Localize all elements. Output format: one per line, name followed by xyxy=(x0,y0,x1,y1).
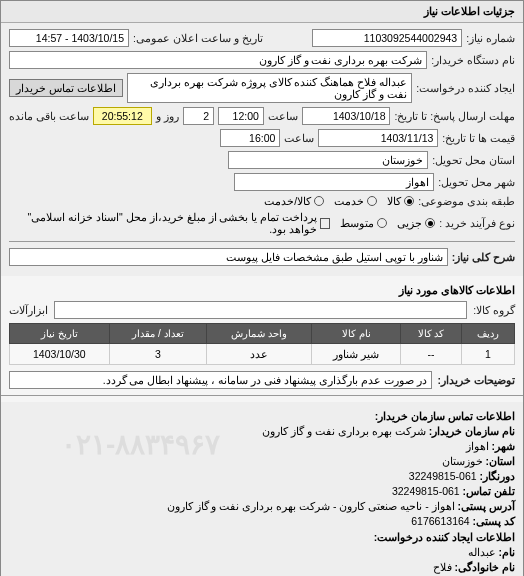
price-until-time: 16:00 xyxy=(220,129,280,147)
buyer-note-row: توضیحات خریدار: در صورت عدم بارگذاری پیش… xyxy=(9,371,515,389)
contact-name: نام: عبداله xyxy=(9,546,515,558)
th-qty: تعداد / مقدار xyxy=(109,324,207,344)
divider-2 xyxy=(1,395,523,396)
tab-header: جزئیات اطلاعات نیاز xyxy=(1,1,523,23)
radio-service[interactable]: خدمت xyxy=(334,195,377,207)
city-field: اهواز xyxy=(234,173,434,191)
need-no-field: 1103092544002943 xyxy=(312,29,462,47)
items-table: ردیف کد کالا نام کالا واحد شمارش تعداد /… xyxy=(9,323,515,365)
tab-title: جزئیات اطلاعات نیاز xyxy=(424,5,515,17)
radio-goods[interactable]: کالا xyxy=(387,195,414,207)
group-label: گروه کالا: xyxy=(473,304,515,316)
items-section-title: اطلاعات کالاهای مورد نیاز xyxy=(9,284,515,297)
table-header-row: ردیف کد کالا نام کالا واحد شمارش تعداد /… xyxy=(10,324,515,344)
checkbox-icon xyxy=(320,218,330,229)
time-label-2: ساعت xyxy=(284,132,314,144)
radio-medium[interactable]: متوسط xyxy=(340,217,387,229)
contact-fax: دورنگار: 061-32249815 xyxy=(9,470,515,482)
contact-lname: نام خانوادگی: فلاح xyxy=(9,561,515,573)
price-until-label: قیمت ها تا تاریخ: xyxy=(442,132,515,144)
contact-city: شهر: اهواز xyxy=(9,440,515,452)
buyer-note-field: در صورت عدم بارگذاری پیشنهاد فنی در ساما… xyxy=(9,371,432,389)
deadline-send-date: 1403/10/18 xyxy=(302,107,391,125)
category-label: طبقه بندی موضوعی: xyxy=(418,195,515,207)
radio-dot-icon xyxy=(404,196,414,206)
cell-unit: عدد xyxy=(207,344,311,365)
table-row: 1 -- شیر شناور عدد 3 1403/10/30 xyxy=(10,344,515,365)
contact-post: کد پستی: 6176613164 xyxy=(9,515,515,527)
purchase-type-group: جزیی متوسط پرداخت تمام یا بخشی از مبلغ خ… xyxy=(9,211,435,235)
group-field xyxy=(54,301,467,319)
creator-label: ایجاد کننده درخواست: xyxy=(416,82,515,94)
province-label: استان محل تحویل: xyxy=(432,154,515,166)
deadline-send-time: 12:00 xyxy=(218,107,264,125)
need-desc-label: شرح کلی نیاز: xyxy=(452,251,515,263)
price-until-date: 1403/11/13 xyxy=(318,129,438,147)
th-index: ردیف xyxy=(461,324,514,344)
contact-tel: تلفن تماس: 061-32249815 xyxy=(9,485,515,497)
radio-partial[interactable]: جزیی xyxy=(397,217,435,229)
day-count: 2 xyxy=(183,107,214,125)
cell-code: -- xyxy=(401,344,461,365)
th-name: نام کالا xyxy=(311,324,401,344)
need-desc-field: شناور با توپی استیل طبق مشخصات فایل پیوس… xyxy=(9,248,448,266)
contact-title: اطلاعات تماس سازمان خریدار: xyxy=(9,410,515,422)
need-no-label: شماره نیاز: xyxy=(466,32,515,44)
radio-both[interactable]: کالا/خدمت xyxy=(264,195,324,207)
radio-dot-icon xyxy=(367,196,377,206)
divider xyxy=(9,241,515,242)
form-section: شماره نیاز: 1103092544002943 تاریخ و ساع… xyxy=(1,23,523,276)
contact-info-button[interactable]: اطلاعات تماس خریدار xyxy=(9,79,123,97)
th-code: کد کالا xyxy=(401,324,461,344)
announce-field: 1403/10/15 - 14:57 xyxy=(9,29,129,47)
city-label: شهر محل تحویل: xyxy=(438,176,515,188)
purchase-type-label: نوع فرآیند خرید : xyxy=(439,217,515,229)
radio-dot-icon xyxy=(314,196,324,206)
remaining-label: ساعت باقی مانده xyxy=(9,110,89,122)
province-field: خوزستان xyxy=(228,151,428,169)
creator-field: عبداله فلاح هماهنگ کننده کالای پروژه شرک… xyxy=(127,73,412,103)
cell-index: 1 xyxy=(461,344,514,365)
contact-addr: آدرس پستی: اهواز - ناحیه صنعتی کارون - ش… xyxy=(9,500,515,512)
cell-date: 1403/10/30 xyxy=(10,344,110,365)
req-creator-title: اطلاعات ایجاد کننده درخواست: xyxy=(9,531,515,543)
group-value: ابزارآلات xyxy=(9,304,48,316)
details-panel: جزئیات اطلاعات نیاز شماره نیاز: 11030925… xyxy=(0,0,524,576)
contact-prov: استان: خوزستان xyxy=(9,455,515,467)
announce-label: تاریخ و ساعت اعلان عمومی: xyxy=(133,32,263,44)
group-row: گروه کالا: ابزارآلات xyxy=(9,301,515,319)
cell-qty: 3 xyxy=(109,344,207,365)
radio-dot-icon xyxy=(377,218,387,228)
buyer-note-label: توضیحات خریدار: xyxy=(438,374,515,386)
contact-section: ۰۲۱-۸۸۳۴۹۶۷ اطلاعات تماس سازمان خریدار: … xyxy=(1,402,523,576)
remaining-time: 20:55:12 xyxy=(93,107,152,125)
th-unit: واحد شمارش xyxy=(207,324,311,344)
time-label-1: ساعت xyxy=(268,110,298,122)
cell-name: شیر شناور xyxy=(311,344,401,365)
deadline-send-label: مهلت ارسال پاسخ: تا تاریخ: xyxy=(394,110,515,122)
day-label: روز و xyxy=(156,110,179,122)
checkbox-treasury[interactable]: پرداخت تمام یا بخشی از مبلغ خرید،از محل … xyxy=(9,211,330,235)
category-radio-group: کالا خدمت کالا/خدمت xyxy=(264,195,414,207)
contact-org: نام سازمان خریدار: شرکت بهره برداری نفت … xyxy=(9,425,515,437)
radio-dot-icon xyxy=(425,218,435,228)
buyer-field: شرکت بهره برداری نفت و گاز کارون xyxy=(9,51,427,69)
th-date: تاریخ نیاز xyxy=(10,324,110,344)
buyer-label: نام دستگاه خریدار: xyxy=(431,54,515,66)
